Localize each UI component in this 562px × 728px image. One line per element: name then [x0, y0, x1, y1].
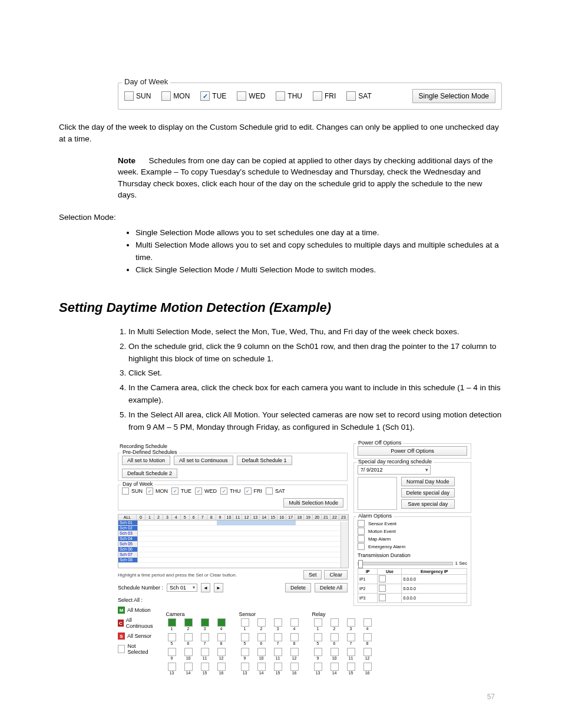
- checkbox-icon[interactable]: [146, 487, 153, 495]
- camera-grid-checkbox[interactable]: [184, 648, 193, 656]
- dow-sat[interactable]: SAT: [346, 91, 371, 101]
- sensor-grid-checkbox[interactable]: [257, 663, 266, 671]
- schedule-row[interactable]: Sch 06: [118, 547, 348, 552]
- rs-dow-tue[interactable]: TUE: [171, 487, 191, 495]
- camera-grid-checkbox[interactable]: [217, 648, 226, 656]
- grid-hour-header[interactable]: 15: [269, 515, 277, 520]
- sensor-grid-checkbox[interactable]: [257, 648, 266, 656]
- grid-hour-header[interactable]: 5: [181, 515, 190, 520]
- relay-grid-checkbox[interactable]: [330, 663, 339, 671]
- grid-hour-header[interactable]: 21: [322, 515, 330, 520]
- schedule-row-label[interactable]: Sch 03: [118, 531, 138, 536]
- camera-grid-checkbox[interactable]: [168, 648, 176, 656]
- schedule-next-button[interactable]: ►: [214, 583, 223, 592]
- dow-fri[interactable]: FRI: [313, 91, 336, 101]
- camera-grid-checkbox[interactable]: [201, 618, 209, 627]
- schedule-row[interactable]: Sch 01: [118, 521, 348, 526]
- grid-hour-header[interactable]: 23: [339, 515, 348, 520]
- emergency-ip-cell[interactable]: 0.0.0.0: [402, 594, 467, 603]
- save-special-day-button[interactable]: Save special day: [401, 499, 455, 509]
- grid-hour-header[interactable]: 0: [137, 515, 146, 520]
- grid-hour-header[interactable]: 9: [216, 515, 225, 520]
- dow-tue[interactable]: TUE: [200, 91, 226, 101]
- sensor-grid-checkbox[interactable]: [241, 663, 249, 671]
- schedule-row-label[interactable]: Sch 07: [118, 552, 138, 558]
- camera-grid-checkbox[interactable]: [184, 618, 193, 627]
- checkbox-icon[interactable]: [358, 520, 365, 527]
- grid-hour-header[interactable]: 19: [304, 515, 313, 520]
- schedule-row-label[interactable]: Sch 06: [118, 547, 138, 552]
- checkbox-icon[interactable]: [237, 91, 246, 101]
- sensor-grid-checkbox[interactable]: [290, 633, 299, 641]
- schedule-row-label[interactable]: Sch 04: [118, 536, 138, 542]
- checkbox-icon[interactable]: [122, 487, 129, 495]
- checkbox-icon[interactable]: [220, 487, 227, 495]
- dow-wed[interactable]: WED: [237, 91, 265, 101]
- checkbox-icon[interactable]: [124, 91, 134, 101]
- grid-hour-header[interactable]: 16: [277, 515, 286, 520]
- schedule-prev-button[interactable]: ◄: [201, 583, 210, 592]
- sensor-grid-checkbox[interactable]: [274, 663, 282, 671]
- sensor-grid-checkbox[interactable]: [257, 633, 266, 641]
- grid-hour-header[interactable]: 8: [207, 515, 216, 520]
- schedule-row[interactable]: Sch 02: [118, 526, 348, 531]
- sensor-grid-checkbox[interactable]: [290, 648, 299, 656]
- dow-mon[interactable]: MON: [161, 91, 190, 101]
- rs-selection-mode-button[interactable]: Multi Selection Mode: [283, 498, 343, 508]
- legend-motion[interactable]: MAll Motion: [118, 607, 154, 614]
- relay-grid-checkbox[interactable]: [330, 633, 339, 641]
- alarm-option-item[interactable]: Motion Event: [358, 528, 467, 535]
- alarm-option-item[interactable]: Map Alarm: [358, 535, 467, 542]
- schedule-row-cells[interactable]: [138, 526, 348, 531]
- transmission-duration-slider[interactable]: [358, 562, 453, 565]
- grid-hour-header[interactable]: 18: [295, 515, 304, 520]
- camera-grid-checkbox[interactable]: [201, 663, 209, 671]
- delete-button[interactable]: Delete: [285, 583, 311, 592]
- sensor-grid-checkbox[interactable]: [241, 618, 249, 627]
- rs-dow-mon[interactable]: MON: [146, 487, 168, 495]
- sensor-grid-checkbox[interactable]: [257, 618, 266, 627]
- grid-all-header[interactable]: ALL: [118, 515, 137, 520]
- power-off-button[interactable]: Power Off Options: [358, 446, 467, 456]
- legend-not-selected[interactable]: Not Selected: [118, 643, 154, 655]
- camera-grid-checkbox[interactable]: [168, 663, 176, 671]
- grid-hour-header[interactable]: 11: [233, 515, 242, 520]
- schedule-row-cells[interactable]: [138, 542, 348, 547]
- alarm-option-item[interactable]: Emergency Alarm: [358, 543, 467, 550]
- alarm-option-item[interactable]: Sensor Event: [358, 520, 467, 527]
- camera-grid-checkbox[interactable]: [184, 633, 193, 641]
- camera-grid-checkbox[interactable]: [184, 663, 193, 671]
- checkbox-icon[interactable]: [195, 487, 202, 495]
- camera-grid-checkbox[interactable]: [201, 633, 209, 641]
- schedule-row-cells[interactable]: [138, 531, 348, 536]
- camera-grid-checkbox[interactable]: [201, 648, 209, 656]
- checkbox-icon[interactable]: [358, 535, 365, 542]
- schedule-row-cells[interactable]: [138, 558, 348, 563]
- schedule-number-select[interactable]: Sch 01: [167, 584, 197, 592]
- schedule-grid[interactable]: ALL0123456789101112131415161718192021222…: [118, 514, 349, 568]
- legend-sensor[interactable]: SAll Sensor: [118, 633, 154, 640]
- sensor-grid-checkbox[interactable]: [274, 633, 282, 641]
- grid-hour-header[interactable]: 1: [146, 515, 154, 520]
- set-button[interactable]: Set: [303, 570, 322, 579]
- schedule-row[interactable]: Sch 04: [118, 536, 348, 542]
- schedule-grid-scrollbar[interactable]: [340, 522, 348, 568]
- sensor-grid-checkbox[interactable]: [274, 618, 282, 627]
- selection-mode-button[interactable]: Single Selection Mode: [412, 89, 495, 103]
- grid-hour-header[interactable]: 2: [154, 515, 163, 520]
- grid-hour-header[interactable]: 4: [172, 515, 181, 520]
- schedule-row-cells[interactable]: [138, 547, 348, 552]
- relay-grid-checkbox[interactable]: [330, 618, 339, 627]
- checkbox-icon[interactable]: [379, 585, 386, 592]
- checkbox-icon[interactable]: [358, 528, 365, 535]
- dow-sun[interactable]: SUN: [124, 91, 151, 101]
- emergency-ip-cell[interactable]: 0.0.0.0: [402, 584, 467, 594]
- rs-dow-sun[interactable]: SUN: [122, 487, 143, 495]
- relay-grid-checkbox[interactable]: [314, 618, 322, 627]
- grid-hour-header[interactable]: 10: [225, 515, 234, 520]
- schedule-row[interactable]: Sch 03: [118, 531, 348, 536]
- schedule-row[interactable]: Sch 05: [118, 542, 348, 547]
- relay-grid-checkbox[interactable]: [314, 648, 322, 656]
- checkbox-icon[interactable]: [379, 575, 386, 582]
- dow-thu[interactable]: THU: [276, 91, 302, 101]
